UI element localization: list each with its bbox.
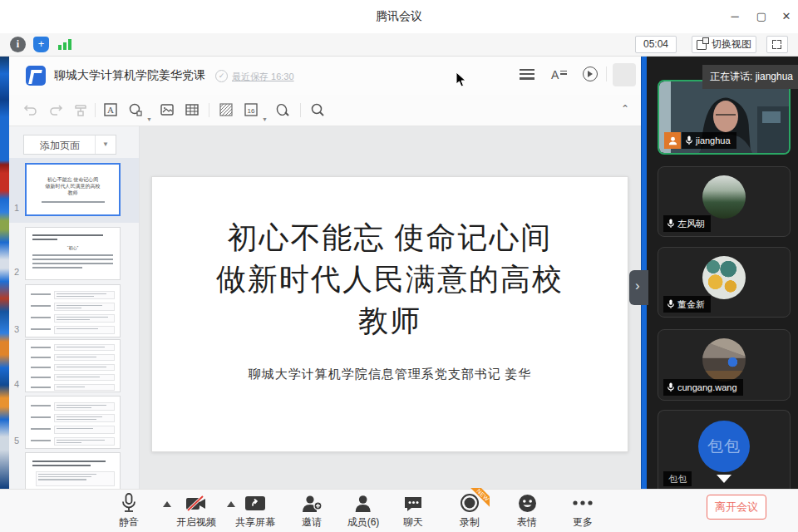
app-window: 腾讯会议 ─ ▢ ✕ i + 05:04 切换视图 聊城大学计算机学院姜华党课 … — [0, 0, 798, 532]
divider — [300, 103, 301, 117]
mic-icon — [667, 299, 675, 309]
slide-thumbnail-2[interactable]: “初心” — [25, 227, 121, 280]
slide-thumbnail-sidebar: 添加页面 ▼ 1 初心不能忘 使命记心间 做新时代人民满意的高校 教师 — [9, 126, 140, 489]
start-video-button[interactable]: 开启视频 — [176, 493, 216, 530]
shape-icon[interactable]: ▼ — [128, 102, 145, 119]
thumb-subtitle-line — [42, 201, 105, 203]
desktop-edge-sliver — [0, 57, 9, 489]
chevron-down-icon: ▼ — [95, 135, 116, 154]
emoji-button[interactable]: 表情 — [517, 493, 537, 530]
new-badge: NEW — [468, 488, 490, 510]
fullscreen-button[interactable] — [766, 36, 788, 53]
mic-icon — [685, 135, 693, 145]
slide-number: 5 — [14, 436, 19, 446]
panel-collapse-handle[interactable] — [629, 270, 648, 305]
meeting-info-icon[interactable]: i — [10, 37, 26, 52]
share-screen-button[interactable]: 共享屏幕 — [235, 493, 275, 530]
participant-tile-dongjinxin[interactable]: 董金新 — [658, 247, 791, 318]
wps-presentation-window: 聊城大学计算机学院姜华党课 ✓ 最近保存 16:30 A — [9, 57, 641, 489]
slide-thumbnail-4[interactable] — [25, 339, 121, 392]
avatar — [702, 175, 746, 219]
members-icon — [354, 495, 372, 513]
thumb-title: 初心不能忘 使命记心间 做新时代人民满意的高校 教师 — [27, 176, 119, 196]
slide-thumbnail-5[interactable] — [25, 396, 121, 449]
undo-icon[interactable] — [23, 102, 40, 119]
participants-panel: 正在讲话: jianghua — [647, 57, 798, 489]
mic-icon — [667, 382, 675, 392]
meeting-timer: 05:04 — [635, 36, 677, 53]
switch-view-button[interactable]: 切换视图 — [692, 36, 756, 53]
menu-icon[interactable] — [520, 66, 534, 82]
fullscreen-icon — [772, 40, 781, 49]
maximize-icon[interactable]: ▢ — [750, 7, 773, 27]
mic-options-arrow[interactable] — [163, 501, 171, 507]
document-title: 聊城大学计算机学院姜华党课 — [54, 68, 205, 83]
account-avatar[interactable] — [613, 63, 636, 86]
participant-tile-jianghua[interactable]: jianghua — [658, 80, 791, 155]
close-icon[interactable]: ✕ — [775, 7, 798, 27]
add-page-button[interactable]: 添加页面 ▼ — [23, 135, 116, 155]
slide-thumbnail-1[interactable]: 初心不能忘 使命记心间 做新时代人民满意的高校 教师 — [25, 163, 121, 216]
slide-row-6 — [9, 452, 140, 489]
mute-button[interactable]: 静音 — [119, 493, 139, 530]
network-signal-icon[interactable] — [58, 37, 74, 52]
more-button[interactable]: 更多 — [573, 493, 593, 530]
search-icon[interactable] — [310, 102, 327, 119]
slide-row-1: 1 初心不能忘 使命记心间 做新时代人民满意的高校 教师 — [9, 163, 140, 218]
participant-name: 包包 — [668, 473, 687, 485]
shared-screen-area: 聊城大学计算机学院姜华党课 ✓ 最近保存 16:30 A — [0, 57, 798, 489]
format-painter-icon[interactable] — [73, 102, 90, 119]
minimize-icon[interactable]: ─ — [723, 7, 746, 27]
share-screen-icon — [244, 495, 266, 513]
chevron-down-icon: ▼ — [146, 116, 152, 122]
wps-logo-icon[interactable] — [26, 66, 46, 86]
invite-button[interactable]: 邀请 — [301, 493, 323, 530]
participant-tile-zuofengchao[interactable]: 左风朝 — [658, 166, 791, 237]
wps-titlebar: 聊城大学计算机学院姜华党课 ✓ 最近保存 16:30 A — [9, 57, 641, 95]
mic-icon — [667, 219, 675, 229]
window-title: 腾讯会议 — [0, 9, 798, 24]
slide-number: 1 — [14, 203, 19, 213]
security-shield-icon[interactable]: + — [33, 37, 49, 52]
slide-thumbnail-6[interactable] — [25, 452, 121, 489]
svg-text:A: A — [107, 105, 114, 115]
avatar — [702, 256, 746, 299]
record-button[interactable]: 录制 NEW — [460, 493, 480, 530]
page-number-icon[interactable]: 16 ▼ — [244, 102, 260, 119]
slide-row-5: 5 — [9, 396, 140, 451]
video-options-arrow[interactable] — [227, 501, 235, 507]
camera-off-icon — [185, 495, 208, 513]
redo-icon[interactable] — [48, 102, 65, 119]
members-button[interactable]: 成员(6) — [347, 493, 380, 530]
host-badge-icon — [664, 132, 681, 149]
chat-icon — [403, 495, 423, 513]
collapse-toolbar-icon[interactable]: ⌃ — [621, 103, 629, 115]
add-page-label: 添加页面 — [24, 139, 96, 153]
image-icon[interactable] — [160, 102, 176, 119]
slide-number: 3 — [14, 324, 19, 334]
chat-button[interactable]: 聊天 — [403, 493, 423, 530]
leave-meeting-button[interactable]: 离开会议 — [707, 495, 766, 520]
table-icon[interactable] — [185, 102, 201, 119]
speaking-tooltip: 正在讲话: jianghua — [702, 65, 798, 89]
fill-pattern-icon[interactable] — [219, 102, 235, 119]
slide-subtitle: 聊城大学计算机学院信息管理系党支部书记 姜华 — [152, 367, 628, 382]
pen-icon[interactable] — [275, 102, 292, 119]
divider — [606, 66, 607, 81]
textbox-icon[interactable]: A — [103, 102, 120, 119]
participant-name: jianghua — [696, 135, 731, 145]
scroll-down-indicator[interactable] — [717, 475, 732, 483]
avatar: 包包 — [698, 421, 750, 472]
text-format-icon[interactable]: A — [551, 68, 567, 81]
window-titlebar: 腾讯会议 ─ ▢ ✕ — [0, 0, 798, 33]
divider — [209, 103, 209, 117]
switch-view-label: 切换视图 — [712, 38, 751, 50]
mic-icon — [121, 493, 137, 513]
participant-tile-cungang[interactable]: cungang.wang — [658, 329, 791, 401]
slide-thumbnail-3[interactable] — [25, 284, 121, 337]
participant-name: 左风朝 — [677, 218, 705, 230]
slideshow-play-icon[interactable] — [583, 66, 598, 81]
saved-check-icon: ✓ — [215, 70, 228, 82]
save-status-link[interactable]: 最近保存 16:30 — [232, 71, 294, 83]
meeting-bottom-toolbar: 静音 开启视频 共享屏幕 邀请 — [0, 489, 798, 532]
